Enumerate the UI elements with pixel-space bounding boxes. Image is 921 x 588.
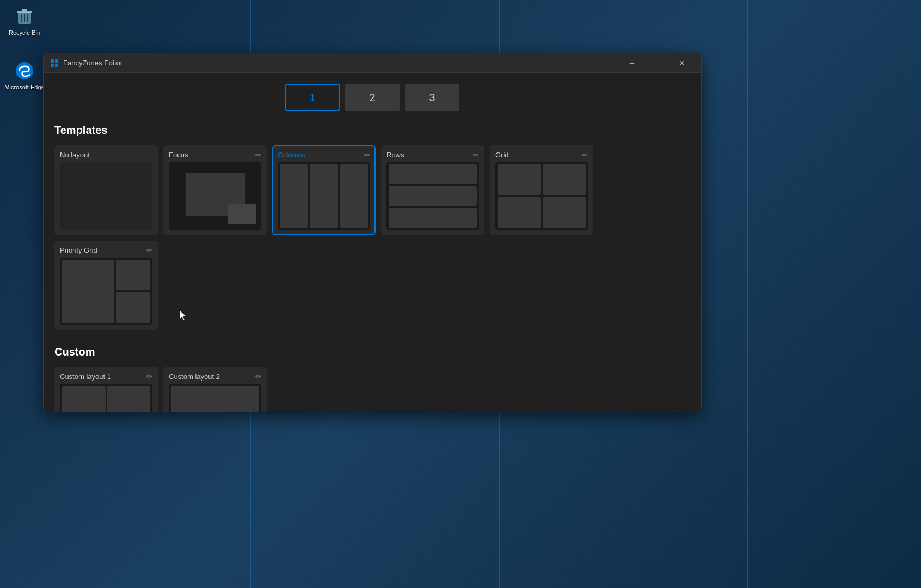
window-title: FancyZones Editor (63, 59, 619, 67)
custom2-card[interactable]: Custom layout 2 ✏ (163, 367, 267, 412)
monitor-tab-3[interactable]: 3 (405, 84, 459, 111)
title-bar: FancyZones Editor ─ □ ✕ (44, 53, 701, 73)
focus-edit-icon[interactable]: ✏ (255, 151, 261, 159)
edge-image (14, 60, 35, 82)
priority-grid-edit-icon[interactable]: ✏ (146, 246, 152, 254)
svg-rect-2 (22, 9, 27, 11)
no-layout-card[interactable]: No layout (54, 145, 158, 235)
focus-card[interactable]: Focus ✏ (163, 145, 267, 235)
edge-icon[interactable]: Microsoft Edge (3, 60, 46, 90)
grid-preview (495, 162, 588, 230)
priority-grid-title: Priority Grid (60, 246, 97, 254)
minimize-button[interactable]: ─ (619, 53, 644, 73)
columns-preview (278, 162, 370, 230)
custom1-preview (60, 384, 152, 412)
edge-label: Microsoft Edge (4, 84, 44, 90)
templates-grid: No layout Focus ✏ (54, 145, 690, 330)
grid-cell-2 (543, 164, 586, 195)
priority-cell-1 (116, 260, 150, 290)
monitor-tabs: 1 2 3 (54, 73, 690, 124)
recycle-bin-image (14, 5, 35, 27)
custom1-tall (62, 386, 106, 412)
columns-edit-icon[interactable]: ✏ (364, 151, 370, 159)
col-3 (340, 164, 368, 228)
col-1 (280, 164, 308, 228)
templates-header: Templates (54, 124, 690, 137)
no-layout-header: No layout (60, 151, 152, 159)
no-layout-title: No layout (60, 151, 90, 159)
no-layout-preview (60, 162, 152, 230)
rows-card[interactable]: Rows ✏ (381, 145, 484, 235)
col-2 (310, 164, 337, 228)
window-content: 1 2 3 Templates No layout (44, 73, 701, 412)
row-1 (389, 164, 477, 184)
custom2-header: Custom layout 2 ✏ (169, 372, 261, 381)
fancyzones-window: FancyZones Editor ─ □ ✕ 1 2 3 (43, 53, 702, 412)
desktop: Recycle Bin Microsoft Edge FancyZones Ed… (0, 0, 921, 588)
priority-grid-preview (60, 258, 152, 325)
templates-section: Templates No layout Focus ✏ (54, 124, 690, 330)
maximize-button[interactable]: □ (644, 53, 670, 73)
svg-rect-8 (55, 59, 58, 63)
monitor-tab-1[interactable]: 1 (285, 84, 340, 111)
row-3 (389, 208, 477, 228)
grid-card[interactable]: Grid ✏ (490, 145, 593, 235)
custom2-preview (169, 384, 261, 412)
grid-title: Grid (495, 151, 509, 159)
custom2-row-1 (171, 386, 259, 412)
grid-header: Grid ✏ (495, 151, 588, 159)
custom1-card[interactable]: Custom layout 1 ✏ (54, 367, 158, 412)
custom-section: Custom Custom layout 1 ✏ (54, 346, 690, 412)
custom-grid: Custom layout 1 ✏ (54, 367, 690, 412)
window-controls: ─ □ ✕ (619, 53, 695, 73)
row-2 (389, 186, 477, 206)
focus-title: Focus (169, 151, 188, 159)
recycle-bin-icon[interactable]: Recycle Bin (3, 5, 46, 36)
monitor-tab-2[interactable]: 2 (345, 84, 400, 111)
priority-grid-header: Priority Grid ✏ (60, 246, 152, 254)
rows-title: Rows (386, 151, 404, 159)
focus-inner (169, 162, 261, 230)
focus-small-zone (228, 204, 256, 224)
custom2-edit-icon[interactable]: ✏ (255, 372, 261, 381)
svg-rect-7 (51, 59, 54, 63)
close-button[interactable]: ✕ (670, 53, 695, 73)
rows-edit-icon[interactable]: ✏ (473, 151, 479, 159)
grid-cell-1 (498, 164, 541, 195)
columns-card[interactable]: Columns ✏ (272, 145, 376, 235)
custom-header: Custom (54, 346, 690, 358)
columns-title: Columns (278, 151, 305, 159)
grid-cell-3 (498, 197, 541, 228)
priority-grid-card[interactable]: Priority Grid ✏ (54, 241, 158, 330)
focus-header: Focus ✏ (169, 151, 261, 159)
columns-header: Columns ✏ (278, 151, 370, 159)
divider-3 (747, 0, 748, 588)
app-icon (50, 59, 59, 68)
priority-main (62, 260, 114, 323)
custom1-header: Custom layout 1 ✏ (60, 372, 152, 381)
rows-header: Rows ✏ (386, 151, 479, 159)
svg-rect-10 (55, 64, 58, 67)
custom2-title: Custom layout 2 (169, 372, 220, 381)
svg-rect-9 (51, 64, 54, 67)
focus-preview (169, 162, 261, 230)
rows-preview (386, 162, 479, 230)
grid-edit-icon[interactable]: ✏ (582, 151, 588, 159)
grid-cell-4 (543, 197, 586, 228)
custom1-title: Custom layout 1 (60, 372, 111, 381)
custom1-cell-1 (107, 386, 151, 412)
priority-cell-2 (116, 292, 150, 323)
recycle-bin-label: Recycle Bin (9, 29, 40, 36)
custom1-edit-icon[interactable]: ✏ (146, 372, 152, 381)
